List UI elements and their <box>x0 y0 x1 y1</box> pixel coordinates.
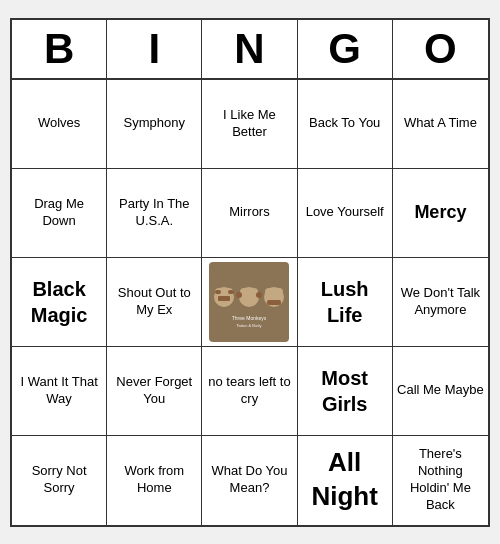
cell-23[interactable]: All Night <box>298 436 393 525</box>
svg-text:Three Monkeys: Three Monkeys <box>232 315 267 321</box>
cell-15[interactable]: I Want It That Way <box>12 347 107 436</box>
header-i: I <box>107 20 202 78</box>
cell-13[interactable]: Lush Life <box>298 258 393 347</box>
svg-rect-6 <box>228 290 234 294</box>
cell-19[interactable]: Call Me Maybe <box>393 347 488 436</box>
header-g: G <box>298 20 393 78</box>
cell-6[interactable]: Party In The U.S.A. <box>107 169 202 258</box>
cell-16[interactable]: Never Forget You <box>107 347 202 436</box>
cell-24[interactable]: There's Nothing Holdin' Me Back <box>393 436 488 525</box>
svg-rect-5 <box>215 290 221 294</box>
svg-point-15 <box>275 288 283 296</box>
svg-text:Tattoo & Body: Tattoo & Body <box>237 323 262 328</box>
header-o: O <box>393 20 488 78</box>
cell-5[interactable]: Drag Me Down <box>12 169 107 258</box>
bingo-header: B I N G O <box>12 20 488 80</box>
cell-3[interactable]: Back To You <box>298 80 393 169</box>
bingo-grid: Wolves Symphony I Like Me Better Back To… <box>12 80 488 525</box>
cell-free[interactable]: Three Monkeys Tattoo & Body <box>202 258 297 347</box>
cell-14[interactable]: We Don't Talk Anymore <box>393 258 488 347</box>
cell-7[interactable]: Mirrors <box>202 169 297 258</box>
cell-10[interactable]: Black Magic <box>12 258 107 347</box>
svg-rect-12 <box>256 292 262 298</box>
cell-22[interactable]: What Do You Mean? <box>202 436 297 525</box>
svg-rect-17 <box>267 300 281 305</box>
cell-17[interactable]: no tears left to cry <box>202 347 297 436</box>
bingo-card: B I N G O Wolves Symphony I Like Me Bett… <box>10 18 490 527</box>
cell-20[interactable]: Sorry Not Sorry <box>12 436 107 525</box>
svg-point-14 <box>265 288 273 296</box>
cell-21[interactable]: Work from Home <box>107 436 202 525</box>
cell-9[interactable]: Mercy <box>393 169 488 258</box>
cell-1[interactable]: Symphony <box>107 80 202 169</box>
cell-18[interactable]: Most Girls <box>298 347 393 436</box>
svg-rect-11 <box>236 292 242 298</box>
cell-11[interactable]: Shout Out to My Ex <box>107 258 202 347</box>
svg-rect-4 <box>218 296 230 301</box>
header-n: N <box>202 20 297 78</box>
cell-4[interactable]: What A Time <box>393 80 488 169</box>
svg-point-10 <box>244 299 254 305</box>
cell-8[interactable]: Love Yourself <box>298 169 393 258</box>
cell-0[interactable]: Wolves <box>12 80 107 169</box>
cell-2[interactable]: I Like Me Better <box>202 80 297 169</box>
header-b: B <box>12 20 107 78</box>
